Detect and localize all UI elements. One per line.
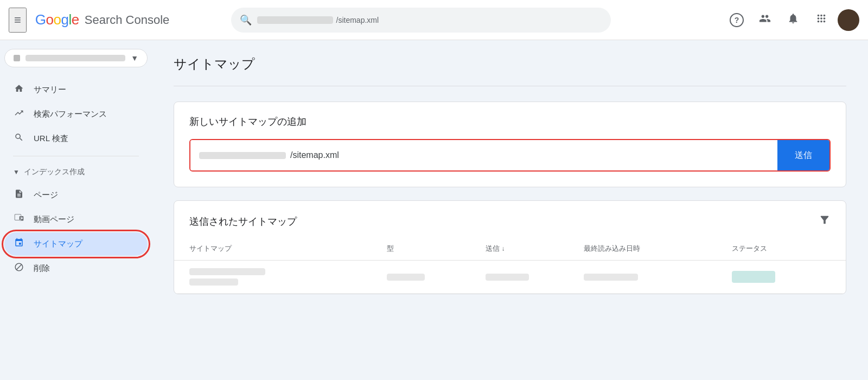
- sitemap-input-field[interactable]: /sitemap.xml: [190, 140, 777, 170]
- sort-arrow-icon[interactable]: ↓: [502, 245, 505, 252]
- sidebar-item-summary-label: サマリー: [34, 85, 66, 95]
- google-wordmark: Google: [35, 11, 79, 28]
- sidebar: ▼ サマリー 検索パフォーマンス URL 検査: [0, 40, 152, 380]
- magnify-icon: [13, 132, 25, 145]
- sidebar-item-summary[interactable]: サマリー: [4, 78, 148, 102]
- search-placeholder-area: /sitemap.xml: [257, 16, 379, 24]
- col-header-type: 型: [387, 244, 486, 254]
- user-avatar[interactable]: [838, 9, 859, 31]
- sitemap-path-text: /sitemap.xml: [290, 150, 339, 160]
- hamburger-button[interactable]: ≡: [9, 8, 27, 33]
- sidebar-item-video-pages[interactable]: 動画ページ: [4, 208, 148, 231]
- nav-icon-group: ?: [725, 8, 859, 32]
- cell-sitemap-1: [189, 268, 387, 286]
- sidebar-nav: サマリー 検索パフォーマンス URL 検査 ▼ インデックス作成: [4, 78, 148, 280]
- title-divider: [174, 86, 846, 86]
- col-header-send: 送信 ↓: [486, 244, 584, 254]
- apps-button[interactable]: [809, 8, 833, 32]
- product-name: Search Console: [85, 13, 170, 27]
- notifications-button[interactable]: [781, 8, 805, 32]
- accounts-button[interactable]: [753, 8, 777, 32]
- sitemap-blur-1b: [189, 278, 238, 286]
- cell-send-1: [486, 274, 584, 281]
- sidebar-item-url-inspect[interactable]: URL 検査: [4, 127, 148, 150]
- main-content: サイトマップ 新しいサイトマップの追加 /sitemap.xml 送信 送信され…: [152, 40, 868, 380]
- chevron-down-icon: ▼: [13, 168, 20, 176]
- sidebar-item-url-inspect-label: URL 検査: [34, 134, 68, 144]
- sidebar-divider: [13, 156, 139, 156]
- search-placeholder-text: /sitemap.xml: [336, 16, 379, 24]
- bell-icon: [787, 12, 799, 27]
- help-button[interactable]: ?: [725, 8, 749, 32]
- submitted-sitemaps-card: 送信されたサイトマップ サイトマップ 型 送信 ↓ 最終読み込み日時 ステータス: [174, 200, 846, 294]
- sitemap-input-row: /sitemap.xml 送信: [189, 139, 831, 172]
- col-header-status: ステータス: [732, 244, 831, 254]
- index-section-header[interactable]: ▼ インデックス作成: [4, 162, 148, 182]
- submitted-sitemaps-title: 送信されたサイトマップ: [189, 215, 297, 228]
- status-badge-1: [732, 271, 775, 283]
- property-name-blur: [25, 55, 125, 61]
- property-selector[interactable]: ▼: [4, 49, 148, 67]
- pages-icon: [13, 189, 25, 201]
- sidebar-item-pages-label: ページ: [34, 190, 58, 200]
- send-blur-1: [486, 274, 529, 281]
- top-nav: ≡ Google Search Console 🔍 /sitemap.xml ?: [0, 0, 868, 40]
- table-row: [174, 261, 846, 294]
- property-icon: [14, 55, 20, 61]
- sitemap-input-section: /sitemap.xml 送信: [174, 139, 846, 187]
- video-pages-icon: [13, 213, 25, 226]
- search-blur-domain: [257, 16, 333, 24]
- main-body: ▼ サマリー 検索パフォーマンス URL 検査: [0, 40, 868, 380]
- sitemap-icon: [13, 238, 25, 250]
- submitted-card-header: 送信されたサイトマップ: [174, 201, 846, 229]
- sidebar-item-sitemap[interactable]: サイトマップ: [4, 232, 148, 256]
- col-header-last-read: 最終読み込み日時: [584, 244, 732, 254]
- submit-sitemap-button[interactable]: 送信: [777, 140, 829, 170]
- domain-blur: [199, 152, 286, 159]
- help-icon: ?: [730, 13, 744, 27]
- property-dropdown-arrow: ▼: [131, 54, 138, 62]
- sidebar-item-removal-label: 削除: [34, 263, 50, 274]
- sidebar-item-sitemap-label: サイトマップ: [34, 239, 82, 249]
- sidebar-item-search-performance[interactable]: 検索パフォーマンス: [4, 103, 148, 126]
- cell-last-1: [584, 274, 732, 281]
- col-header-sitemap: サイトマップ: [189, 244, 387, 254]
- filter-icon[interactable]: [819, 214, 831, 229]
- grid-icon: [815, 12, 827, 27]
- sidebar-item-search-performance-label: 検索パフォーマンス: [34, 109, 107, 119]
- sidebar-item-pages[interactable]: ページ: [4, 183, 148, 207]
- sidebar-item-video-pages-label: 動画ページ: [34, 214, 74, 225]
- app-logo: Google Search Console: [35, 11, 169, 28]
- home-icon: [13, 84, 25, 96]
- add-sitemap-title: 新しいサイトマップの追加: [174, 102, 846, 139]
- removal-icon: [13, 262, 25, 275]
- page-title: サイトマップ: [174, 55, 846, 73]
- search-bar[interactable]: 🔍 /sitemap.xml: [231, 8, 611, 33]
- last-blur-1: [584, 274, 638, 281]
- add-sitemap-card: 新しいサイトマップの追加 /sitemap.xml 送信: [174, 102, 846, 187]
- cell-type-1: [387, 274, 486, 281]
- table-header-row: サイトマップ 型 送信 ↓ 最終読み込み日時 ステータス: [174, 237, 846, 261]
- trending-icon: [13, 108, 25, 121]
- accounts-icon: [759, 12, 771, 27]
- sidebar-item-removal[interactable]: 削除: [4, 257, 148, 280]
- sitemap-blur-1: [189, 268, 265, 275]
- type-blur-1: [387, 274, 425, 281]
- search-icon: 🔍: [240, 14, 252, 26]
- index-section-label: インデックス作成: [24, 167, 85, 177]
- cell-status-1: [732, 271, 831, 283]
